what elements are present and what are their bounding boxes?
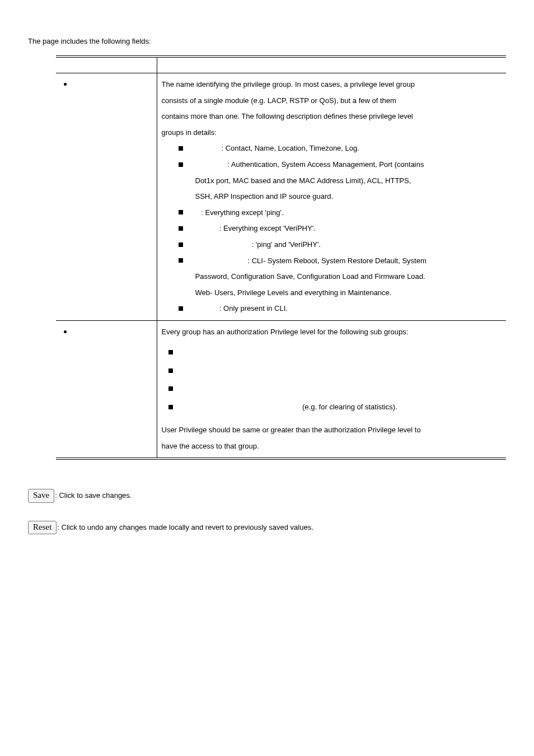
fields-table: The name identifying the privilege group… <box>56 55 506 460</box>
buttons-section: Save : Click to save changes. Reset : Cl… <box>28 488 506 535</box>
square-bullet-icon <box>168 386 173 391</box>
square-bullet-icon <box>179 306 183 311</box>
sub-item-cont: Web- Users, Privilege Levels and everyth… <box>162 285 502 301</box>
sub-item-cont: Dot1x port, MAC based and the MAC Addres… <box>162 173 502 189</box>
sub-item-text: : Everything except 'ping'. <box>201 208 283 217</box>
desc-line: groups in details: <box>162 128 217 137</box>
description-cell: Every group has an authorization Privile… <box>157 321 506 459</box>
reset-desc: : Click to undo any changes made locally… <box>57 520 313 536</box>
square-bullet-icon <box>179 226 183 231</box>
square-bullet-icon <box>179 242 183 247</box>
object-cell <box>56 321 157 459</box>
table-row: Every group has an authorization Privile… <box>56 321 506 459</box>
sub-item-text: : CLI- System Reboot, System Restore Def… <box>247 256 426 265</box>
header-description <box>157 57 506 73</box>
square-bullet-icon <box>179 258 183 263</box>
intro-text: The page includes the following fields: <box>28 34 506 50</box>
square-bullet-icon <box>179 162 183 167</box>
reset-button-row: Reset : Click to undo any changes made l… <box>28 520 506 536</box>
square-bullet-icon <box>179 210 183 214</box>
desc-line: consists of a single module (e.g. LACP, … <box>162 96 396 105</box>
desc-line: The name identifying the privilege group… <box>162 80 415 88</box>
sub-item-cont: SSH, ARP Inspection and IP source guard. <box>162 189 502 205</box>
bullet-icon <box>64 83 67 86</box>
save-desc: : Click to save changes. <box>55 488 132 504</box>
save-button[interactable]: Save <box>28 489 54 503</box>
desc-line: contains more than one. The following de… <box>162 112 413 120</box>
desc-line: have the access to that group. <box>162 442 259 450</box>
desc-line: Every group has an authorization Privile… <box>162 328 409 336</box>
description-cell: The name identifying the privilege group… <box>157 73 506 321</box>
sub-item-text: : Contact, Name, Location, Timezone, Log… <box>221 144 359 152</box>
sub-item-text: : Everything except 'VeriPHY'. <box>219 224 316 232</box>
sub-item-text: : Only present in CLI. <box>219 304 288 312</box>
table-row: The name identifying the privilege group… <box>56 73 506 321</box>
bullet-icon <box>64 330 67 333</box>
square-bullet-icon <box>179 146 183 151</box>
square-bullet-icon <box>168 350 173 354</box>
sub-item-text: : Authentication, System Access Manageme… <box>227 160 424 169</box>
sub-item-text: (e.g. for clearing of statistics). <box>302 403 397 411</box>
desc-line: User Privilege should be same or greater… <box>162 426 421 434</box>
sub-item-text: : 'ping' and 'VeriPHY'. <box>252 240 321 249</box>
sub-item-cont: Password, Configuration Save, Configurat… <box>162 269 502 285</box>
object-cell <box>56 73 157 321</box>
header-object <box>56 57 157 73</box>
square-bullet-icon <box>168 405 173 409</box>
square-bullet-icon <box>168 368 173 373</box>
reset-button[interactable]: Reset <box>28 521 57 535</box>
save-button-row: Save : Click to save changes. <box>28 488 506 504</box>
